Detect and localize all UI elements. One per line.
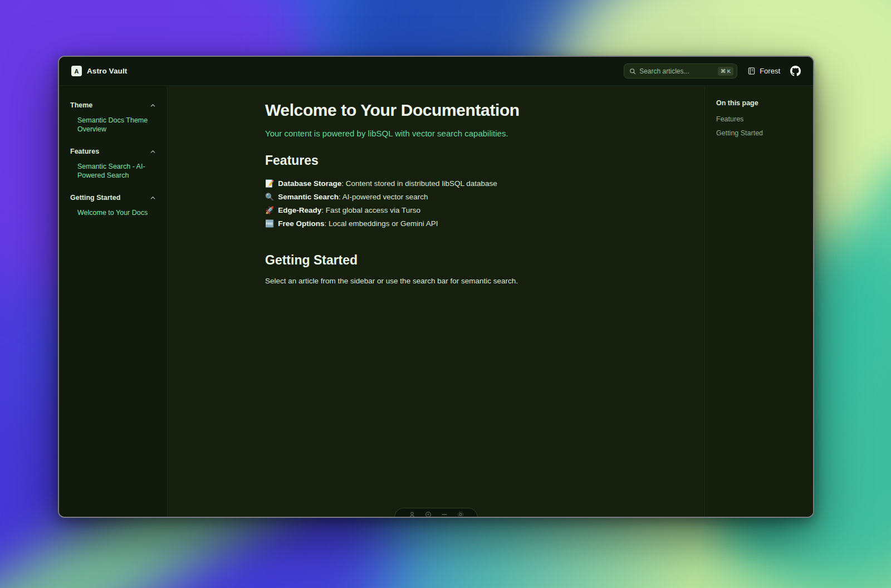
sidebar-item-semantic-docs-theme-overview[interactable]: Semantic Docs Theme Overview [70,116,156,134]
sidebar-section-theme: Theme Semantic Docs Theme Overview [70,101,156,134]
github-icon [790,66,801,76]
window-body: Theme Semantic Docs Theme Overview Featu… [59,86,813,517]
features-heading: Features [265,153,671,168]
feature-desc: : AI-powered vector search [339,193,428,201]
sidebar-nav: Theme Semantic Docs Theme Overview Featu… [59,86,168,517]
chevron-up-icon [150,102,156,109]
sidebar-section-label: Getting Started [70,194,120,202]
app-window: A Astro Vault ⌘ K [58,56,814,518]
github-link[interactable] [790,66,801,76]
chevron-up-icon [150,195,156,201]
sidebar-section-label: Features [70,148,99,155]
app-title: Astro Vault [87,67,127,75]
rocket-emoji-icon: 🚀 [265,206,274,214]
page-title: Welcome to Your Documentation [265,101,671,120]
memo-emoji-icon: 📝 [265,179,274,188]
theme-label: Forest [760,67,780,75]
feature-item-edge-ready: 🚀Edge-Ready: Fast global access via Turs… [265,204,671,217]
feature-item-free-options: 🆓Free Options: Local embeddings or Gemin… [265,217,671,231]
dev-toolbar-audit-icon[interactable] [441,511,448,518]
sidebar-section-header-getting-started[interactable]: Getting Started [70,194,156,202]
main-content: Welcome to Your Documentation Your conte… [168,86,704,517]
search-icon [629,68,636,75]
header-actions: ⌘ K Forest [624,63,801,79]
theme-toggle-button[interactable]: Forest [747,67,780,75]
search-bar[interactable]: ⌘ K [624,63,737,79]
sidebar-section-label: Theme [70,101,92,109]
feature-name: Semantic Search [278,193,339,201]
app-logo-icon: A [71,66,82,76]
chevron-up-icon [150,149,156,155]
free-button-emoji-icon: 🆓 [265,219,274,228]
sidebar-item-welcome-to-your-docs[interactable]: Welcome to Your Docs [70,208,156,217]
feature-desc: : Local embeddings or Gemini API [325,219,438,228]
toc-title: On this page [716,99,802,107]
sidebar-section-features: Features Semantic Search - AI-Powered Se… [70,148,156,180]
dev-toolbar[interactable] [394,508,478,518]
toc-link-features[interactable]: Features [716,115,802,123]
getting-started-text: Select an article from the sidebar or us… [265,277,671,285]
dev-toolbar-inspect-icon[interactable] [425,511,432,518]
feature-name: Free Options [278,219,324,228]
features-list: 📝Database Storage: Content stored in dis… [265,177,671,231]
on-this-page-panel: On this page Features Getting Started [704,86,813,517]
app-header: A Astro Vault ⌘ K [59,57,813,86]
search-shortcut-badge: ⌘ K [718,67,733,76]
feature-name: Edge-Ready [278,206,321,214]
feature-item-semantic-search: 🔍Semantic Search: AI-powered vector sear… [265,190,671,204]
feature-name: Database Storage [278,179,341,188]
theme-palette-icon [747,67,756,75]
feature-desc: : Fast global access via Turso [321,206,420,214]
sidebar-section-header-features[interactable]: Features [70,148,156,155]
magnifier-emoji-icon: 🔍 [265,193,274,201]
brand-home-link[interactable]: A Astro Vault [71,66,127,76]
desktop-wallpaper: A Astro Vault ⌘ K [0,0,891,588]
dev-toolbar-menu-icon[interactable] [409,511,415,518]
feature-item-database-storage: 📝Database Storage: Content stored in dis… [265,177,671,190]
sidebar-item-semantic-search[interactable]: Semantic Search - AI-Powered Search [70,162,156,180]
sidebar-section-header-theme[interactable]: Theme [70,101,156,109]
page-subtitle: Your content is powered by libSQL with v… [265,129,671,138]
dev-toolbar-settings-icon[interactable] [457,511,464,518]
search-input[interactable] [639,67,714,75]
feature-desc: : Content stored in distributed libSQL d… [341,179,497,188]
sidebar-section-getting-started: Getting Started Welcome to Your Docs [70,194,156,217]
getting-started-heading: Getting Started [265,253,671,268]
toc-link-getting-started[interactable]: Getting Started [716,129,802,137]
